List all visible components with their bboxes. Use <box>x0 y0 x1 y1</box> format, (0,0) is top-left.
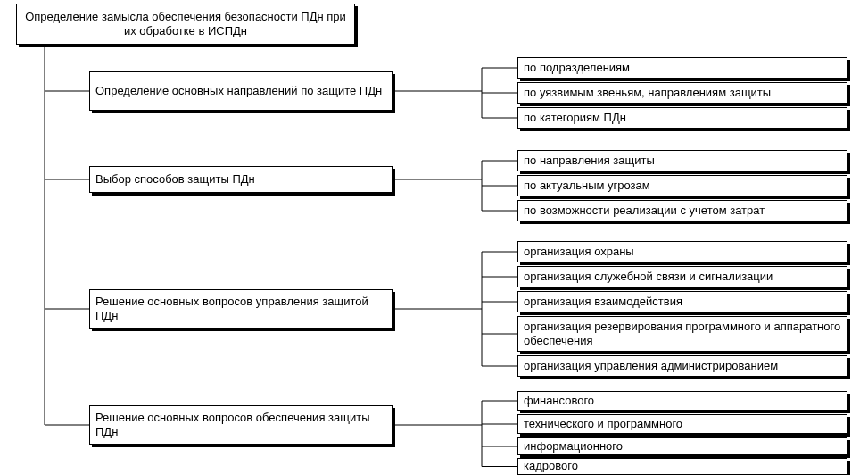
branch-3-box: Решение основных вопросов обеспечения за… <box>89 405 393 445</box>
branch-2-item-1: организация служебной связи и сигнализац… <box>517 266 847 288</box>
branch-1-item-1: по актуальным угрозам <box>517 175 847 196</box>
branch-1-box: Выбор способов защиты ПДн <box>89 166 393 193</box>
diagram-root: Определение замысла обеспечения безопасн… <box>0 0 868 475</box>
branch-0-item-2: по категориям ПДн <box>517 107 847 129</box>
branch-3-item-2: информационного <box>517 438 847 455</box>
branch-1-item-2: по возможности реализации с учетом затра… <box>517 200 847 221</box>
branch-1-item-0: по направления защиты <box>517 150 847 171</box>
branch-2-item-4: организация управления администрирование… <box>517 355 847 377</box>
root-box: Определение замысла обеспечения безопасн… <box>16 4 355 45</box>
branch-3-item-1: технического и программного <box>517 414 847 434</box>
branch-2-item-2: организация взаимодействия <box>517 291 847 312</box>
branch-3-item-3: кадрового <box>517 458 847 475</box>
branch-0-item-1: по уязвимым звеньям, направлениям защиты <box>517 82 847 104</box>
branch-2-box: Решение основных вопросов управления защ… <box>89 289 393 329</box>
branch-0-box: Определение основных направлений по защи… <box>89 71 393 111</box>
branch-0-item-0: по подразделениям <box>517 57 847 79</box>
branch-2-item-0: организация охраны <box>517 241 847 262</box>
branch-3-item-0: финансового <box>517 391 847 411</box>
branch-2-item-3: организация резервирования программного … <box>517 316 847 352</box>
